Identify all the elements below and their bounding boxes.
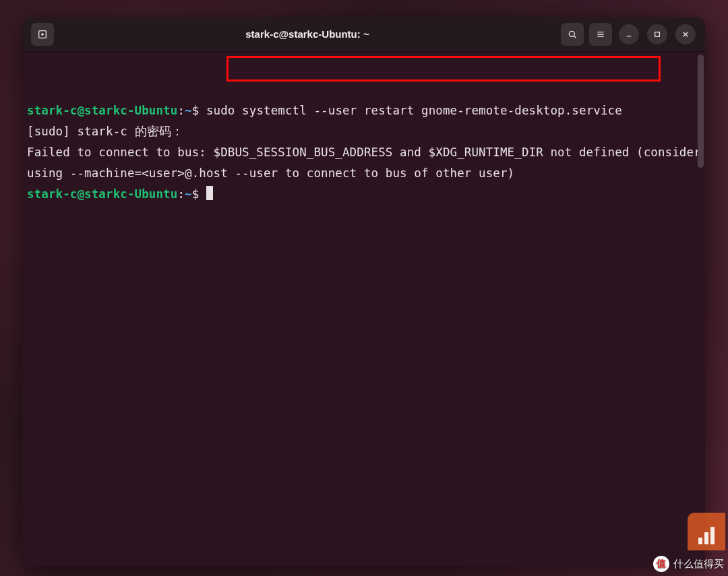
- maximize-button[interactable]: [647, 24, 667, 44]
- prompt-path: ~: [185, 104, 192, 117]
- prompt-host: starkc-Ubuntu: [84, 104, 177, 117]
- output-line-error: Failed to connect to bus: $DBUS_SESSION_…: [27, 146, 705, 180]
- prompt2-colon: :: [177, 187, 185, 201]
- watermark-badge: 值: [653, 556, 669, 572]
- system-indicator-icon: [688, 513, 725, 550]
- prompt2-path: ~: [185, 187, 192, 201]
- titlebar: stark-c@starkc-Ubuntu: ~: [23, 17, 705, 52]
- prompt2-dollar: $: [192, 187, 206, 201]
- svg-line-4: [574, 36, 576, 38]
- prompt-user: stark-c: [27, 104, 77, 117]
- svg-point-3: [569, 31, 574, 36]
- prompt2-user: stark-c: [27, 187, 77, 201]
- prompt2-host: starkc-Ubuntu: [84, 187, 177, 201]
- watermark-text: 什么值得买: [673, 558, 724, 571]
- command-text: sudo systemctl --user restart gnome-remo…: [206, 104, 622, 117]
- close-button[interactable]: [675, 24, 696, 44]
- prompt-at: @: [77, 104, 84, 117]
- command-highlight-box: [226, 56, 661, 82]
- scrollbar-thumb[interactable]: [698, 55, 704, 168]
- output-line-sudo: [sudo] stark-c 的密码：: [27, 125, 183, 138]
- menu-button[interactable]: [589, 23, 612, 46]
- watermark: 值 什么值得买: [653, 556, 724, 572]
- search-button[interactable]: [561, 23, 584, 46]
- prompt-colon: :: [177, 104, 185, 117]
- new-tab-button[interactable]: [31, 23, 54, 46]
- terminal-body[interactable]: stark-c@starkc-Ubuntu:~$ sudo systemctl …: [23, 52, 705, 566]
- terminal-window: stark-c@starkc-Ubuntu: ~ stark-c@starkc-…: [23, 17, 705, 566]
- cursor-icon: [206, 186, 213, 200]
- prompt-dollar: $: [192, 104, 206, 117]
- minimize-button[interactable]: [619, 24, 639, 44]
- prompt2-at: @: [77, 187, 84, 201]
- window-title: stark-c@starkc-Ubuntu: ~: [57, 28, 558, 40]
- svg-rect-9: [655, 32, 660, 36]
